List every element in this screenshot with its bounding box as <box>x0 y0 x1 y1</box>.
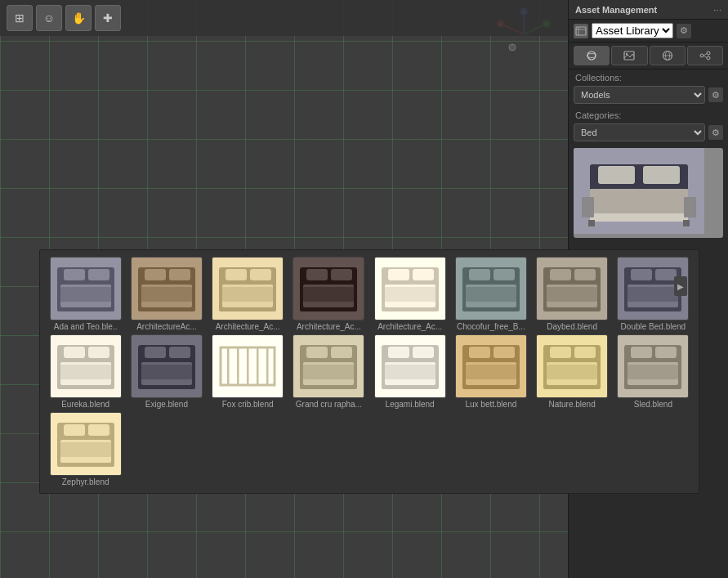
asset-item-legami[interactable]: Legami.blend <box>371 334 449 409</box>
add-tool-button[interactable]: ✚ <box>95 5 121 31</box>
asset-label-chocofur: Chocofur_free_B... <box>457 322 525 331</box>
svg-point-13 <box>587 52 596 60</box>
scroll-down-button[interactable]: ▶ <box>674 276 687 296</box>
collections-settings-button[interactable]: ⚙ <box>708 87 723 102</box>
asset-item-sled[interactable]: Sled.blend <box>614 334 692 409</box>
hand-tool-button[interactable]: ✋ <box>65 5 92 31</box>
svg-rect-61 <box>331 269 352 280</box>
asset-item-fox-crib[interactable]: Fox crib.blend <box>209 334 287 409</box>
svg-line-24 <box>703 56 707 58</box>
svg-rect-54 <box>250 269 271 280</box>
categories-settings-button[interactable]: ⚙ <box>708 125 723 140</box>
svg-rect-118 <box>303 365 354 379</box>
svg-rect-76 <box>466 287 516 302</box>
tab-objects[interactable] <box>574 46 610 65</box>
svg-rect-96 <box>88 347 109 358</box>
asset-grid-panel: Ada and Teo.ble..ArchitectureAc...Archit… <box>39 249 699 494</box>
svg-rect-33 <box>588 220 595 226</box>
asset-item-exige[interactable]: Exige.blend <box>127 334 205 409</box>
grid-tool-button[interactable]: ⊞ <box>7 5 33 31</box>
asset-label-ada-teo: Ada and Teo.ble.. <box>54 322 118 331</box>
svg-rect-125 <box>385 365 435 379</box>
asset-label-grand-cru: Grand cru rapha... <box>296 400 362 409</box>
svg-point-9 <box>509 44 516 51</box>
svg-rect-151 <box>64 424 85 436</box>
svg-rect-110 <box>257 347 259 385</box>
asset-label-legami: Legami.blend <box>386 400 435 409</box>
asset-item-nature[interactable]: Nature.blend <box>534 334 611 409</box>
svg-rect-144 <box>631 347 652 358</box>
panel-title: Asset Management <box>575 5 657 15</box>
asset-item-arch-ac-1[interactable]: ArchitectureAc... <box>127 257 205 331</box>
svg-rect-137 <box>550 347 571 358</box>
svg-rect-67 <box>388 269 409 280</box>
tab-images[interactable] <box>611 46 647 65</box>
svg-rect-82 <box>574 269 596 280</box>
asset-item-ada-teo[interactable]: Ada and Teo.ble.. <box>47 257 124 331</box>
panel-menu-dots[interactable]: ··· <box>713 4 721 16</box>
svg-rect-153 <box>60 442 111 457</box>
svg-point-22 <box>707 56 710 60</box>
svg-rect-41 <box>60 287 111 302</box>
svg-rect-139 <box>547 365 597 379</box>
asset-item-arch-ac-3[interactable]: Architecture_Ac... <box>290 257 368 331</box>
tab-nodes[interactable] <box>687 46 723 65</box>
asset-item-grand-cru[interactable]: Grand cru rapha... <box>290 334 368 409</box>
asset-label-arch-ac-1: ArchitectureAc... <box>136 322 196 331</box>
svg-rect-55 <box>222 287 273 302</box>
svg-rect-132 <box>466 365 516 379</box>
svg-rect-111 <box>266 347 269 385</box>
asset-label-nature: Nature.blend <box>548 400 595 409</box>
asset-label-exige: Exige.blend <box>145 400 188 409</box>
svg-rect-40 <box>88 269 109 280</box>
svg-rect-31 <box>582 197 594 217</box>
svg-rect-108 <box>237 347 239 385</box>
svg-rect-75 <box>494 269 515 280</box>
asset-item-eureka[interactable]: Eureka.blend <box>47 334 124 409</box>
svg-rect-34 <box>683 220 690 226</box>
asset-item-arch-ac-2[interactable]: Architecture_Ac... <box>209 257 287 331</box>
svg-rect-130 <box>469 347 490 358</box>
svg-rect-124 <box>413 347 434 358</box>
svg-rect-48 <box>141 287 192 302</box>
collections-select[interactable]: Models <box>574 86 705 104</box>
asset-item-daybed[interactable]: Daybed.blend <box>534 257 611 331</box>
asset-label-arch-ac-2: Architecture_Ac... <box>216 322 280 331</box>
svg-rect-32 <box>684 197 696 217</box>
svg-rect-29 <box>643 166 680 184</box>
asset-grid: Ada and Teo.ble..ArchitectureAc...Archit… <box>47 257 692 486</box>
svg-rect-138 <box>574 347 596 358</box>
asset-label-daybed: Daybed.blend <box>547 322 597 331</box>
svg-rect-104 <box>141 365 192 379</box>
svg-rect-28 <box>598 166 635 184</box>
categories-select[interactable]: Bed <box>574 123 705 141</box>
svg-point-21 <box>707 52 710 55</box>
svg-rect-60 <box>306 269 328 280</box>
svg-rect-97 <box>60 365 111 379</box>
svg-rect-39 <box>64 269 85 280</box>
categories-row: Bed ⚙ <box>569 122 728 145</box>
svg-rect-62 <box>303 287 354 302</box>
svg-rect-90 <box>628 287 678 302</box>
svg-rect-109 <box>247 347 249 385</box>
svg-rect-107 <box>227 347 230 385</box>
asset-preview <box>574 148 723 238</box>
asset-item-lux-bett[interactable]: Lux bett.blend <box>452 334 529 409</box>
svg-line-23 <box>703 54 707 56</box>
svg-rect-102 <box>145 347 166 358</box>
svg-rect-95 <box>64 347 85 358</box>
asset-item-arch-ac-4[interactable]: Architecture_Ac... <box>371 257 449 331</box>
asset-label-fox-crib: Fox crib.blend <box>222 400 274 409</box>
svg-rect-123 <box>388 347 409 358</box>
svg-rect-88 <box>631 269 652 280</box>
library-settings-button[interactable]: ⚙ <box>677 24 691 38</box>
overlay-tool-button[interactable]: ☺ <box>36 5 62 31</box>
library-select[interactable]: Asset Library <box>592 23 673 38</box>
asset-item-chocofur[interactable]: Chocofur_free_B... <box>452 257 529 331</box>
svg-rect-74 <box>469 269 490 280</box>
asset-label-arch-ac-4: Architecture_Ac... <box>377 322 442 331</box>
collections-label: Collections: <box>569 69 728 84</box>
asset-item-zephyr[interactable]: Zephyr.blend <box>47 412 124 486</box>
tab-world[interactable] <box>650 46 686 65</box>
svg-rect-46 <box>145 269 166 280</box>
